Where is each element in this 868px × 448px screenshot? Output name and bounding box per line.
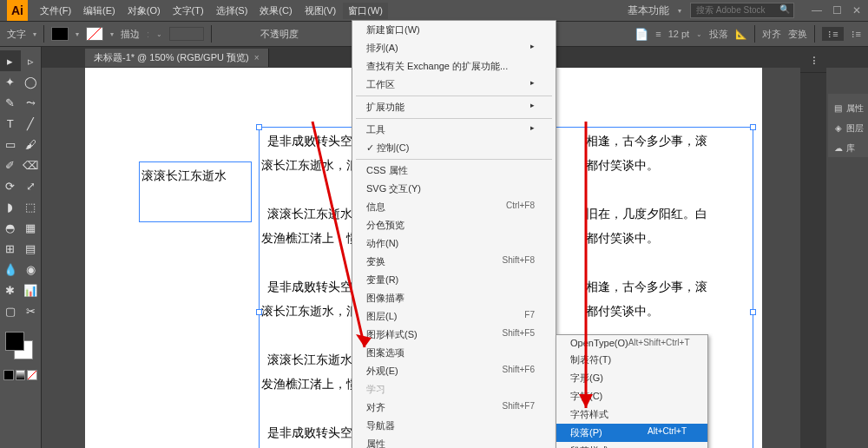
color-mode-swatch[interactable] (3, 370, 14, 380)
width-tool[interactable]: ◗ (0, 196, 21, 217)
menu-window[interactable]: 窗口(W) (343, 3, 388, 19)
stroke-width-input[interactable] (169, 27, 204, 41)
menu-item[interactable]: 扩展功能▸ (352, 98, 556, 116)
brush-tool[interactable]: 🖌 (21, 134, 42, 155)
menu-item[interactable]: 工作区▸ (352, 76, 556, 94)
paragraph-panel-label[interactable]: 投落 (709, 28, 728, 41)
chevron-down-icon[interactable]: ⌄ (156, 30, 162, 38)
chevron-down-icon[interactable]: ▾ (76, 30, 79, 38)
menu-item[interactable]: 外观(E)Shift+F6 (352, 362, 556, 380)
artboard-tool[interactable]: ▢ (0, 300, 21, 321)
rotate-tool[interactable]: ⟳ (0, 175, 21, 196)
transform-label[interactable]: 变换 (788, 28, 807, 41)
mesh-tool[interactable]: ⊞ (0, 238, 21, 259)
pt-size-label[interactable]: 12 pt (668, 29, 689, 39)
menu-item[interactable]: 变换Shift+F8 (352, 253, 556, 271)
menu-object[interactable]: 对象(O) (122, 3, 166, 19)
submenu-item[interactable]: 段落样式 (556, 442, 707, 448)
maximize-icon[interactable]: ☐ (832, 4, 842, 16)
submenu-item[interactable]: 字符(C) (556, 387, 707, 405)
handle[interactable] (750, 309, 756, 315)
paragraph-icon[interactable]: ≡ (655, 29, 661, 39)
direct-select-tool[interactable]: ▹ (21, 50, 42, 71)
menu-item[interactable]: 分色预览 (352, 216, 556, 234)
menu-item[interactable]: 学习 (352, 380, 556, 399)
menu-item[interactable]: 图像描摹 (352, 289, 556, 307)
chevron-down-icon[interactable]: ▾ (33, 30, 36, 38)
menu-edit[interactable]: 编辑(E) (78, 3, 121, 19)
chevron-down-icon[interactable]: ⌄ (696, 30, 702, 38)
handle[interactable] (256, 309, 262, 315)
menu-item[interactable]: 导航器 (352, 417, 556, 435)
submenu-item[interactable]: OpenType(O)Alt+Shift+Ctrl+T (556, 335, 707, 351)
text-frame-left[interactable]: 滚滚长江东逝水 (139, 161, 252, 222)
panel-menu-button[interactable]: ⫶≡ (851, 29, 861, 39)
submenu-item[interactable]: 字符样式 (556, 405, 707, 424)
menu-item[interactable]: ✓ 控制(C) (352, 139, 556, 157)
scale-tool[interactable]: ⤢ (21, 175, 42, 196)
menu-item[interactable]: 动作(N) (352, 234, 556, 253)
close-icon[interactable]: × (254, 53, 260, 63)
eyedropper-tool[interactable]: 💧 (0, 259, 21, 280)
menu-item[interactable]: 查找有关 Exchange 的扩展功能... (352, 57, 556, 76)
menu-item[interactable]: 信息Ctrl+F8 (352, 198, 556, 216)
submenu-item[interactable]: 段落(P)Alt+Ctrl+T (556, 424, 707, 442)
lasso-tool[interactable]: ◯ (21, 71, 42, 92)
selection-tool[interactable]: ▸ (0, 50, 21, 71)
minimize-icon[interactable]: — (812, 4, 822, 16)
menu-view[interactable]: 视图(V) (299, 3, 342, 19)
blend-tool[interactable]: ◉ (21, 259, 42, 280)
document-tab[interactable]: 未标题-1* @ 150% (RGB/GPU 预览) × (85, 49, 269, 67)
menu-item[interactable]: 图形样式(S)Shift+F5 (352, 326, 556, 344)
wand-tool[interactable]: ✦ (0, 71, 21, 92)
menu-file[interactable]: 文件(F) (35, 3, 76, 19)
menu-item[interactable]: 工具▸ (352, 121, 556, 139)
submenu-item[interactable]: 字形(G) (556, 369, 707, 387)
handle[interactable] (256, 124, 262, 130)
symbol-sprayer-tool[interactable]: ✱ (0, 280, 21, 300)
none-mode-swatch[interactable] (27, 370, 37, 380)
menu-item[interactable]: 排列(A)▸ (352, 39, 556, 57)
pen-tool[interactable]: ✎ (0, 92, 21, 113)
rect-tool[interactable]: ▭ (0, 134, 21, 155)
fill-color[interactable] (5, 332, 24, 351)
menu-item[interactable]: SVG 交互(Y) (352, 180, 556, 198)
fill-swatch[interactable] (51, 27, 69, 41)
submenu-item[interactable]: 制表符(T) (556, 351, 707, 369)
handle[interactable] (750, 124, 756, 130)
slice-tool[interactable]: ✂ (21, 300, 42, 321)
menu-item[interactable]: 对齐Shift+F7 (352, 399, 556, 417)
char-icon[interactable]: 📄 (635, 28, 648, 41)
panel-properties[interactable]: ▤属性 (828, 99, 868, 117)
menu-select[interactable]: 选择(S) (211, 3, 253, 19)
stroke-swatch[interactable] (86, 27, 103, 41)
workspace-switcher[interactable]: 基本功能 (628, 3, 669, 18)
menu-type[interactable]: 文字(T) (168, 3, 209, 19)
shaper-tool[interactable]: ✐ (0, 155, 21, 175)
graph-tool[interactable]: 📊 (21, 280, 42, 300)
chevron-down-icon[interactable]: ▾ (110, 30, 114, 38)
panel-collapse-icon[interactable]: ⫶ (800, 47, 826, 73)
panel-toggle-button[interactable]: ⫶≡ (822, 27, 843, 41)
menu-item[interactable]: CSS 属性 (352, 161, 556, 180)
menu-item[interactable]: 新建窗口(W) (352, 21, 556, 39)
gradient-mode-swatch[interactable] (16, 370, 26, 380)
menu-item[interactable]: 图层(L)F7 (352, 307, 556, 326)
gradient-tool[interactable]: ▤ (21, 238, 42, 259)
line-tool[interactable]: ╱ (21, 113, 42, 134)
search-input[interactable]: 🔍 搜索 Adobe Stock (690, 3, 794, 18)
align-label[interactable]: 对齐 (762, 28, 781, 41)
free-transform-tool[interactable]: ⬚ (21, 196, 42, 217)
menu-effect[interactable]: 效果(C) (254, 3, 297, 19)
type-tool[interactable]: T (0, 113, 21, 134)
menu-item[interactable]: 属性 (352, 435, 556, 448)
eraser-tool[interactable]: ⌫ (21, 155, 42, 175)
panel-libraries[interactable]: ☁库 (828, 139, 868, 157)
shape-builder-tool[interactable]: ◓ (0, 217, 21, 238)
align-icon[interactable]: 📐 (735, 29, 747, 40)
panel-layers[interactable]: ◈图层 (828, 119, 868, 137)
close-icon[interactable]: ✕ (852, 4, 861, 16)
perspective-tool[interactable]: ▦ (21, 217, 42, 238)
menu-item[interactable]: 图案选项 (352, 344, 556, 362)
curvature-tool[interactable]: ⤳ (21, 92, 42, 113)
